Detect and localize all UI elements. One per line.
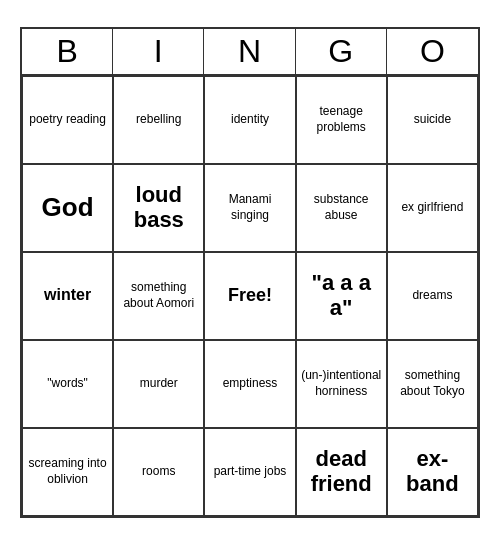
bingo-card: BINGO poetry readingrebellingidentitytee… <box>20 27 480 518</box>
bingo-cell-1: rebelling <box>113 76 204 164</box>
bingo-cell-12: Free! <box>204 252 295 340</box>
bingo-cell-18: (un-)intentional horniness <box>296 340 387 428</box>
bingo-letter-g: G <box>296 29 387 74</box>
bingo-cell-23: dead friend <box>296 428 387 516</box>
bingo-cell-20: screaming into oblivion <box>22 428 113 516</box>
bingo-letter-n: N <box>204 29 295 74</box>
bingo-cell-21: rooms <box>113 428 204 516</box>
bingo-cell-22: part-time jobs <box>204 428 295 516</box>
bingo-cell-0: poetry reading <box>22 76 113 164</box>
bingo-letter-i: I <box>113 29 204 74</box>
bingo-cell-10: winter <box>22 252 113 340</box>
bingo-cell-24: ex-band <box>387 428 478 516</box>
bingo-cell-19: something about Tokyo <box>387 340 478 428</box>
bingo-cell-6: loud bass <box>113 164 204 252</box>
bingo-cell-15: "words" <box>22 340 113 428</box>
bingo-cell-9: ex girlfriend <box>387 164 478 252</box>
bingo-cell-8: substance abuse <box>296 164 387 252</box>
bingo-letter-b: B <box>22 29 113 74</box>
bingo-grid: poetry readingrebellingidentityteenage p… <box>22 76 478 516</box>
bingo-cell-2: identity <box>204 76 295 164</box>
bingo-cell-16: murder <box>113 340 204 428</box>
bingo-cell-5: God <box>22 164 113 252</box>
bingo-cell-17: emptiness <box>204 340 295 428</box>
bingo-cell-14: dreams <box>387 252 478 340</box>
bingo-cell-3: teenage problems <box>296 76 387 164</box>
bingo-header: BINGO <box>22 29 478 76</box>
bingo-letter-o: O <box>387 29 478 74</box>
bingo-cell-11: something about Aomori <box>113 252 204 340</box>
bingo-cell-4: suicide <box>387 76 478 164</box>
bingo-cell-13: "a a a a" <box>296 252 387 340</box>
bingo-cell-7: Manami singing <box>204 164 295 252</box>
